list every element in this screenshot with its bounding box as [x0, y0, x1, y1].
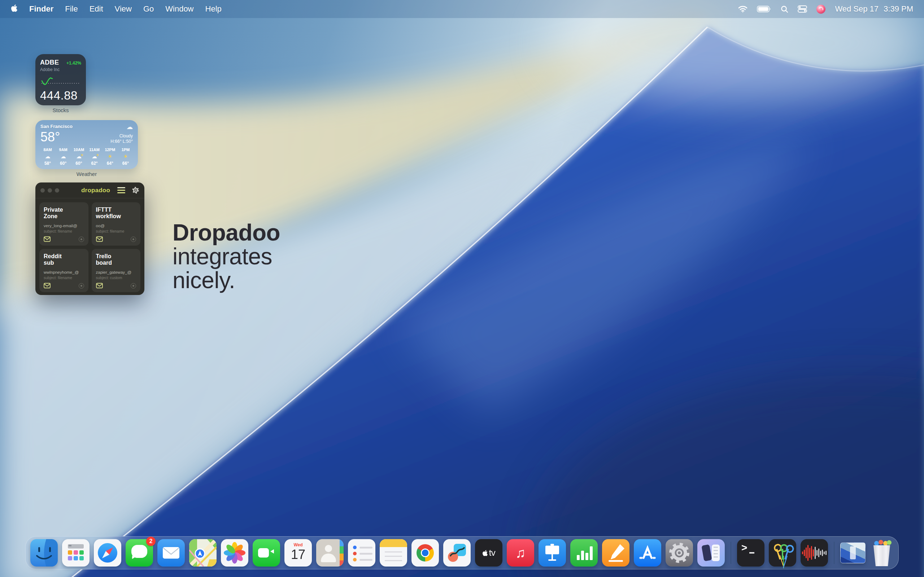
dock-messages-icon[interactable]: 2	[126, 539, 153, 567]
menubar-date: Wed Sep 17	[835, 4, 879, 14]
stocks-widget[interactable]: ADBE +1.42% Adobe Inc 444.88 Stocks	[36, 54, 86, 105]
sun-icon: ☀	[118, 153, 133, 160]
weather-hour: 11AM ☀☁ 62°	[87, 148, 102, 166]
podium-icon	[545, 546, 559, 554]
bar-chart-icon	[577, 546, 593, 560]
card-trello-board[interactable]: Trello board zapier_gateway_@ subject: c…	[92, 249, 141, 292]
dock-apple-tv-icon[interactable]: tv	[475, 539, 502, 567]
dock-iphone-mirroring-icon[interactable]	[697, 539, 725, 567]
card-subject: subject: filename	[96, 229, 136, 233]
menu-item-view[interactable]: View	[115, 4, 132, 14]
wifi-icon[interactable]	[738, 5, 748, 13]
card-subject: subject: filename	[44, 276, 84, 280]
card-settings-icon[interactable]	[79, 283, 84, 288]
dock-system-settings-icon[interactable]	[666, 539, 693, 567]
card-ifttt-workflow[interactable]: IFTTT workflow oo@ subject: filename	[92, 202, 141, 246]
menu-item-edit[interactable]: Edit	[89, 4, 103, 14]
appletv-label: tv	[489, 548, 496, 558]
dock-terminal-icon[interactable]: >	[737, 539, 764, 567]
settings-gear-icon[interactable]	[132, 187, 139, 194]
messages-notification-badge: 2	[146, 537, 155, 546]
dropadoo-titlebar: dropadoo	[36, 182, 144, 198]
dock-launchpad-icon[interactable]	[62, 539, 89, 567]
dock-keynote-icon[interactable]	[538, 539, 566, 567]
card-reddit-sub[interactable]: Reddit sub wwlnpneyhome_@ subject: filen…	[39, 249, 89, 292]
envelope-icon	[96, 236, 103, 242]
dock-trash-icon[interactable]	[870, 540, 894, 566]
menu-item-help[interactable]: Help	[205, 4, 221, 14]
menubar-clock[interactable]: Wed Sep 17 3:39 PM	[835, 4, 913, 14]
menu-item-window[interactable]: Window	[165, 4, 194, 14]
dock-maps-icon[interactable]	[189, 539, 216, 567]
partly-sunny-icon: ☀☁	[71, 153, 86, 160]
dock-music-icon[interactable]: ♫	[507, 539, 534, 567]
calendar-day: 17	[284, 547, 312, 562]
menu-item-go[interactable]: Go	[143, 4, 154, 14]
weather-hour: 1PM ☀ 66°	[118, 148, 133, 166]
person-silhouette-icon	[325, 545, 332, 552]
dock-mail-icon[interactable]	[157, 539, 185, 567]
menu-item-file[interactable]: File	[65, 4, 78, 14]
dock-finder-icon[interactable]	[30, 539, 58, 567]
dock-minimized-window-thumbnail[interactable]	[840, 542, 866, 563]
sun-icon: ☀	[103, 153, 117, 160]
dock-photos-icon[interactable]	[221, 539, 248, 567]
dock: 2	[25, 536, 899, 569]
battery-icon[interactable]	[757, 5, 771, 13]
control-center-icon[interactable]	[798, 5, 807, 13]
weather-hour: 10AM ☀☁ 60°	[71, 148, 86, 166]
dock-freeform-icon[interactable]	[443, 539, 471, 567]
stocks-widget-label: Stocks	[36, 107, 86, 113]
stock-company: Adobe Inc	[40, 67, 81, 72]
weather-hour: 12PM ☀ 64°	[103, 148, 117, 166]
dock-notes-icon[interactable]	[380, 539, 407, 567]
iphone-shape	[712, 545, 720, 561]
weather-high-low: H:66° L:50°	[110, 139, 133, 145]
minimize-button[interactable]	[48, 188, 52, 193]
dropadoo-app-title: dropadoo	[81, 187, 110, 194]
card-email: very_long-email@	[44, 224, 84, 228]
weather-widget-label: Weather	[36, 171, 138, 177]
envelope-icon	[44, 236, 50, 242]
dock-contacts-icon[interactable]	[316, 539, 344, 567]
card-settings-icon[interactable]	[131, 283, 136, 288]
dropadoo-window: dropadoo Private Zone very_long-email@ s…	[36, 182, 144, 295]
apple-menu-icon[interactable]	[11, 4, 18, 15]
weather-hourly-forecast: 8AM ☁ 58° 9AM ☁ 60° 10AM ☀☁ 60° 11AM ☀☁ …	[40, 148, 133, 166]
terminal-prompt: >	[741, 542, 747, 554]
pen-icon	[611, 544, 624, 559]
dock-app-store-icon[interactable]	[634, 539, 661, 567]
card-settings-icon[interactable]	[131, 237, 136, 242]
card-email: oo@	[96, 224, 136, 228]
close-button[interactable]	[40, 188, 45, 193]
menu-extra-icon[interactable]	[816, 5, 825, 14]
card-email: zapier_gateway_@	[96, 270, 136, 274]
speech-bubble-icon	[131, 545, 147, 558]
dropadoo-card-grid: Private Zone very_long-email@ subject: f…	[36, 198, 144, 295]
card-settings-icon[interactable]	[79, 237, 84, 242]
dock-calendar-icon[interactable]: Wed 17	[284, 539, 312, 567]
cloud-icon: ☁	[126, 124, 133, 130]
dock-reminders-icon[interactable]	[348, 539, 375, 567]
menu-item-finder[interactable]: Finder	[29, 4, 53, 14]
dock-safari-icon[interactable]	[94, 539, 121, 567]
card-subject: subject: filename	[44, 229, 84, 233]
weather-temp: 58°	[40, 129, 60, 145]
stock-sparkline	[40, 76, 81, 87]
gear-icon	[666, 539, 693, 567]
dock-numbers-icon[interactable]	[570, 539, 598, 567]
dock-voice-memos-icon[interactable]	[801, 539, 828, 567]
hamburger-menu-icon[interactable]	[117, 187, 125, 193]
iphone-shape	[701, 544, 712, 561]
dock-chrome-icon[interactable]	[412, 539, 439, 567]
dock-passwords-icon[interactable]	[769, 539, 796, 567]
desktop-headline: Dropadoo integrates nicely.	[173, 221, 280, 292]
weather-widget[interactable]: San Francisco ☁ 58° Cloudy H:66° L:50° 8…	[36, 120, 138, 169]
dock-pages-icon[interactable]	[602, 539, 630, 567]
dock-divider	[834, 542, 835, 564]
dock-divider	[730, 542, 731, 564]
card-private-zone[interactable]: Private Zone very_long-email@ subject: f…	[39, 202, 89, 246]
spotlight-search-icon[interactable]	[781, 5, 788, 13]
zoom-button[interactable]	[55, 188, 59, 193]
dock-facetime-icon[interactable]	[253, 539, 280, 567]
